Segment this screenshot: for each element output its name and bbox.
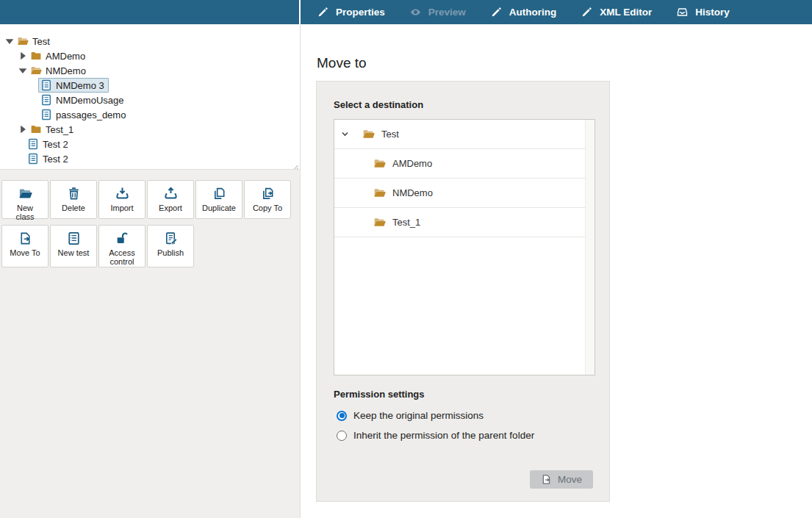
tree-item-core[interactable]: NMDemoUsage: [38, 93, 128, 107]
tree-item-label: Test 2: [43, 139, 68, 150]
chevron-down-icon[interactable]: [340, 128, 350, 140]
folder-open-icon: [373, 216, 386, 229]
destination-row-label: Test: [381, 129, 399, 140]
caret-right-icon[interactable]: [18, 50, 28, 62]
destination-row-nmdemo[interactable]: NMDemo: [334, 179, 585, 208]
tree-item-nmdemo-3[interactable]: NMDemo 3: [0, 78, 300, 93]
import-button[interactable]: Import: [98, 180, 145, 219]
resize-handle-icon[interactable]: [291, 161, 298, 168]
document-icon: [40, 79, 52, 91]
tree-item-core[interactable]: Test_1: [28, 122, 78, 137]
scrollbar-track[interactable]: [585, 120, 594, 375]
move-to-panel: Select a destination TestAMDemoNMDemoTes…: [316, 81, 610, 502]
move-to-icon: [18, 231, 32, 245]
access-control-button[interactable]: Access control: [98, 225, 145, 267]
tree-item-core[interactable]: AMDemo: [28, 48, 90, 63]
tree-item-amdemo[interactable]: AMDemo: [0, 48, 300, 63]
tree-item-selected[interactable]: NMDemo 3: [38, 78, 109, 93]
new-class-button[interactable]: New class: [1, 180, 48, 219]
permission-option-label: Inherit the permission of the parent fol…: [353, 430, 534, 441]
import-icon: [115, 187, 129, 201]
page-title: Move to: [317, 55, 367, 71]
destination-row-test[interactable]: Test: [334, 120, 585, 149]
folder-closed-icon: [30, 123, 42, 135]
document-icon: [40, 94, 52, 106]
action-button-label: Duplicate: [201, 204, 237, 212]
tab-label: History: [695, 7, 730, 18]
new-test-button[interactable]: New test: [50, 225, 97, 267]
move-icon: [541, 474, 552, 485]
tree-item-label: Test_1: [46, 124, 73, 135]
copy-to-button[interactable]: Copy To: [244, 180, 291, 219]
document-icon: [40, 109, 52, 120]
main-content: Move to Select a destination TestAMDemoN…: [300, 24, 812, 518]
top-toolbar: PropertiesPreviewAuthoringXML EditorHist…: [0, 0, 812, 24]
permission-option-keep-the-original-permissions[interactable]: Keep the original permissions: [337, 409, 534, 422]
permission-option-label: Keep the original permissions: [353, 410, 484, 421]
caret-down-icon[interactable]: [4, 35, 15, 47]
duplicate-icon: [212, 187, 226, 201]
tree-item-core[interactable]: Test 2: [25, 151, 73, 166]
tree-item-core[interactable]: passages_demo: [38, 107, 130, 122]
tree-item-passages-demo[interactable]: passages_demo: [0, 107, 300, 122]
tab-authoring[interactable]: Authoring: [491, 7, 556, 18]
action-button-label: Delete: [60, 204, 87, 212]
permission-option-inherit-the-permission-of-the-parent-folder[interactable]: Inherit the permission of the parent fol…: [337, 429, 534, 442]
caret-right-icon[interactable]: [18, 123, 28, 135]
destination-row-amdemo[interactable]: AMDemo: [334, 149, 585, 179]
action-button-label: Import: [109, 204, 134, 212]
tree-item-nmdemo[interactable]: NMDemo: [0, 63, 300, 78]
tree-item-core[interactable]: Test: [15, 34, 54, 48]
new-class-icon: [18, 187, 32, 201]
tree-item-nmdemousage[interactable]: NMDemoUsage: [0, 93, 300, 107]
export-icon: [164, 187, 178, 201]
tab-xml-editor[interactable]: XML Editor: [581, 7, 652, 18]
tab-history[interactable]: History: [677, 7, 730, 18]
tree-item-test-2[interactable]: Test 2: [0, 151, 300, 166]
folder-open-icon: [373, 157, 386, 170]
move-button[interactable]: Move: [530, 470, 593, 489]
destination-section-label: Select a destination: [334, 99, 423, 110]
radio-unselected-icon[interactable]: [337, 431, 347, 441]
toolbar-tabs: PropertiesPreviewAuthoringXML EditorHist…: [317, 7, 730, 18]
tree-item-label: NMDemoUsage: [56, 95, 123, 106]
tree-item-label: Test: [32, 36, 50, 47]
document-icon: [27, 138, 39, 150]
tree-item-label: AMDemo: [46, 51, 85, 62]
radio-selected-icon[interactable]: [337, 411, 347, 421]
destination-row-test-1[interactable]: Test_1: [334, 208, 585, 237]
action-button-label: Copy To: [251, 204, 284, 212]
move-to-button[interactable]: Move To: [1, 225, 48, 267]
new-test-icon: [67, 231, 81, 245]
folder-closed-icon: [30, 50, 42, 62]
tree-item-core[interactable]: NMDemo: [28, 63, 90, 78]
delete-button[interactable]: Delete: [50, 180, 97, 219]
library-tree: TestAMDemoNMDemoNMDemo 3NMDemoUsagepassa…: [0, 24, 300, 170]
tree-item-core[interactable]: Test 2: [25, 137, 73, 151]
folder-open-icon: [17, 35, 29, 47]
action-button-row-2: Move ToNew testAccess controlPublish: [1, 225, 194, 267]
destination-tree-rows: TestAMDemoNMDemoTest_1: [334, 120, 585, 375]
tree-item-test[interactable]: Test: [0, 34, 300, 48]
export-button[interactable]: Export: [147, 180, 194, 219]
document-icon: [27, 153, 39, 165]
action-button-label: Export: [157, 204, 184, 212]
toolbar-separator: [299, 0, 301, 24]
tree-item-test-1[interactable]: Test_1: [0, 122, 300, 137]
publish-icon: [164, 231, 178, 245]
tab-properties[interactable]: Properties: [317, 7, 385, 18]
tree-item-test-2[interactable]: Test 2: [0, 137, 300, 151]
pencil-icon: [581, 7, 592, 18]
folder-open-icon: [30, 65, 42, 76]
destination-row-label: Test_1: [392, 217, 420, 228]
tree-item-label: passages_demo: [56, 109, 126, 120]
duplicate-button[interactable]: Duplicate: [195, 180, 242, 219]
move-button-label: Move: [558, 474, 582, 485]
folder-open-icon: [362, 128, 375, 140]
publish-button[interactable]: Publish: [147, 225, 194, 267]
tab-label: Preview: [428, 7, 466, 18]
destination-row-label: NMDemo: [392, 187, 433, 198]
tree-item-label: NMDemo: [46, 65, 86, 76]
caret-down-icon[interactable]: [18, 65, 28, 76]
action-button-label: New test: [57, 248, 91, 257]
